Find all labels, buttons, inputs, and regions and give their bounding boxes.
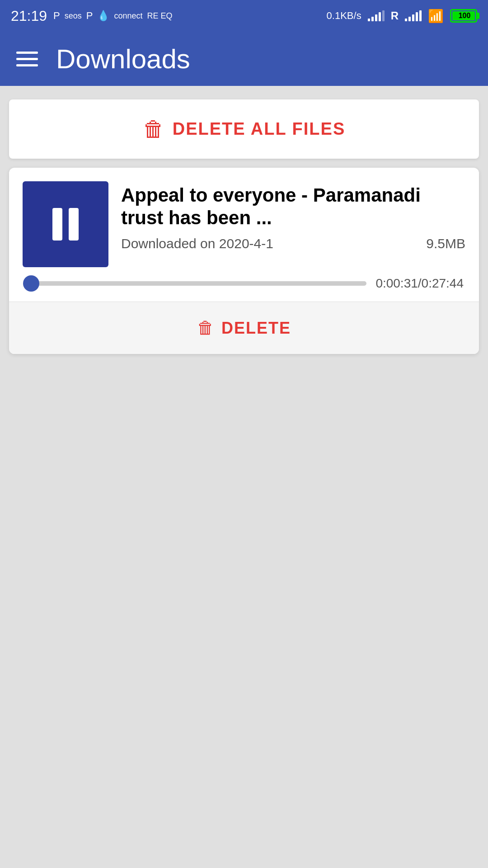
- pause-bar-left: [52, 208, 62, 241]
- status-time: 21:19: [11, 8, 47, 24]
- card-title: Appeal to everyone - Paramanadi trust ha…: [121, 184, 465, 230]
- current-time: 0:00:31: [375, 276, 418, 290]
- audio-thumbnail[interactable]: [23, 181, 108, 267]
- card-meta: Downloaded on 2020-4-1 9.5MB: [121, 236, 465, 251]
- hamburger-line-3: [16, 64, 38, 66]
- card-top: Appeal to everyone - Paramanadi trust ha…: [23, 181, 465, 267]
- connect-icon: connect: [114, 11, 142, 21]
- delete-all-content: 🗑 DELETE ALL FILES: [143, 117, 345, 142]
- status-bar-right: 0.1KB/s R 📶 100: [327, 9, 477, 24]
- delete-button[interactable]: 🗑 DELETE: [9, 302, 479, 354]
- r-icon: R: [391, 9, 399, 22]
- hamburger-line-2: [16, 58, 38, 60]
- card-date: Downloaded on 2020-4-1: [121, 236, 273, 251]
- card-info: Appeal to everyone - Paramanadi trust ha…: [121, 181, 465, 251]
- app-bar: Downloads: [0, 32, 488, 86]
- download-card: Appeal to everyone - Paramanadi trust ha…: [9, 168, 479, 354]
- p-icon2: P: [86, 10, 93, 22]
- delete-trash-icon: 🗑: [197, 318, 214, 338]
- delete-all-label: DELETE ALL FILES: [173, 119, 345, 139]
- status-icons-left: P seos P 💧 connect RE EQ: [53, 10, 172, 22]
- wifi-icon: 📶: [428, 9, 444, 24]
- status-bar: 21:19 P seos P 💧 connect RE EQ 0.1KB/s R: [0, 0, 488, 32]
- re-eq-icon: RE EQ: [147, 11, 173, 21]
- delete-label: DELETE: [221, 319, 291, 338]
- seos-label: seos: [65, 11, 82, 21]
- card-size: 9.5MB: [426, 236, 465, 251]
- signal-bars-1: [368, 10, 385, 21]
- progress-track[interactable]: [24, 281, 366, 286]
- signal-bars-2: [405, 10, 422, 21]
- progress-time: 0:00:31/0:27:44: [375, 276, 464, 291]
- parking-icon: P: [53, 10, 60, 22]
- drop-icon: 💧: [97, 10, 109, 22]
- progress-container[interactable]: 0:00:31/0:27:44: [23, 276, 465, 291]
- hamburger-menu-button[interactable]: [16, 52, 38, 66]
- hamburger-line-1: [16, 52, 38, 54]
- page-title: Downloads: [56, 43, 190, 75]
- pause-icon: [52, 208, 79, 241]
- progress-thumb: [23, 275, 39, 292]
- battery-indicator: 100: [450, 9, 477, 23]
- network-speed: 0.1KB/s: [327, 10, 361, 22]
- pause-bar-right: [69, 208, 79, 241]
- delete-all-trash-icon: 🗑: [143, 117, 164, 142]
- delete-all-button[interactable]: 🗑 DELETE ALL FILES: [9, 99, 479, 159]
- main-content: 🗑 DELETE ALL FILES Appeal to everyone - …: [0, 86, 488, 368]
- total-time: 0:27:44: [422, 276, 464, 290]
- status-bar-left: 21:19 P seos P 💧 connect RE EQ: [11, 8, 173, 24]
